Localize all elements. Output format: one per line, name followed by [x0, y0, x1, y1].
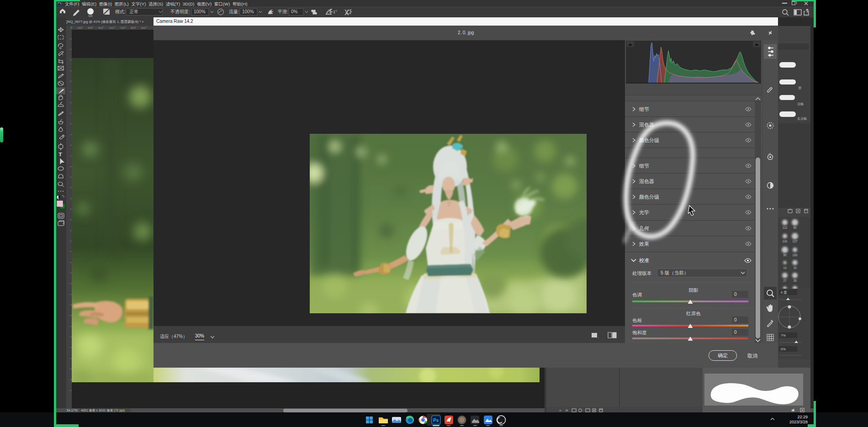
svg-text:500: 500	[98, 26, 103, 29]
svg-text:,: ,	[598, 335, 599, 338]
svg-text:127: 127	[793, 240, 798, 243]
svg-text:183: 183	[793, 253, 798, 257]
svg-text:100%: 100%	[242, 9, 254, 14]
svg-text:13: 13	[783, 266, 787, 269]
svg-text:模式:: 模式:	[115, 9, 126, 14]
svg-text:27: 27	[783, 279, 787, 282]
svg-text:Ps: Ps	[433, 418, 439, 423]
svg-text:60: 60	[793, 226, 797, 229]
svg-text:∞: ∞	[559, 409, 561, 412]
svg-text:35: 35	[793, 279, 797, 282]
svg-text:50: 50	[783, 253, 787, 257]
svg-text:T: T	[58, 152, 63, 157]
svg-text:0 度: 0 度	[781, 290, 787, 295]
svg-text:625: 625	[88, 15, 92, 17]
svg-text:112: 112	[783, 226, 788, 229]
svg-text:不透明度:: 不透明度:	[170, 9, 190, 14]
svg-text:400: 400	[88, 26, 93, 29]
svg-text:正常: 正常	[129, 9, 138, 14]
svg-text:7%: 7%	[781, 333, 786, 337]
svg-text:名流畅: 名流畅	[797, 117, 807, 121]
svg-text:700: 700	[120, 26, 125, 29]
svg-text:300: 300	[77, 26, 82, 29]
svg-text:100%: 100%	[194, 9, 206, 14]
svg-text:流畅: 流畅	[797, 102, 804, 106]
svg-text:度: 度	[798, 86, 801, 90]
svg-text:900: 900	[141, 26, 146, 29]
svg-text:0%: 0%	[781, 347, 786, 351]
svg-text:100: 100	[783, 240, 788, 243]
svg-text:流量:: 流量:	[229, 9, 239, 14]
svg-text:600: 600	[109, 26, 114, 29]
svg-text:0%: 0%	[291, 9, 298, 14]
svg-text:fx: fx	[566, 409, 568, 412]
svg-text:19: 19	[793, 266, 797, 269]
svg-text:800: 800	[131, 26, 136, 29]
svg-text:平滑:: 平滑:	[278, 9, 288, 14]
